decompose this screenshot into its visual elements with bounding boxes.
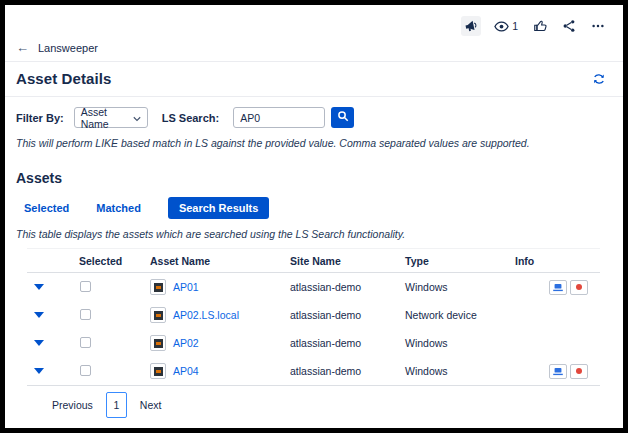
row-expand-button[interactable] <box>27 340 65 346</box>
asset-name-link[interactable]: AP01 <box>173 281 199 293</box>
column-header-site-name: Site Name <box>290 255 405 267</box>
watch-count: 1 <box>512 20 518 32</box>
asset-type-icon <box>150 279 166 295</box>
asset-type-icon <box>150 307 166 323</box>
assets-tabs: Selected Matched Search Results <box>24 197 623 219</box>
row-expand-button[interactable] <box>27 312 65 318</box>
assets-heading: Assets <box>16 170 623 186</box>
column-header-selected: Selected <box>65 255 150 267</box>
tab-matched[interactable]: Matched <box>96 202 141 214</box>
refresh-icon <box>592 72 606 86</box>
megaphone-icon <box>464 19 478 33</box>
table-row: AP02 atlassian-demo Windows <box>27 329 600 357</box>
ls-search-input[interactable] <box>233 107 325 128</box>
back-arrow-icon[interactable]: ← <box>16 41 29 54</box>
status-dot-icon <box>576 368 582 374</box>
table-row: AP04 atlassian-demo Windows <box>27 357 600 385</box>
column-header-type: Type <box>405 255 515 267</box>
eye-icon <box>494 19 509 34</box>
page-title: Asset Details <box>16 70 112 87</box>
table-body: AP01 atlassian-demo Windows AP02.L <box>27 273 600 386</box>
chevron-down-icon <box>34 340 44 346</box>
filter-by-selected-value: Asset Name <box>81 106 133 130</box>
row-expand-button[interactable] <box>27 368 65 374</box>
app-window: 1 ← Lansweeper Asset Details <box>0 0 628 433</box>
share-icon <box>562 19 576 33</box>
filter-row: Filter By: Asset Name LS Search: <box>16 107 623 128</box>
type-cell: Windows <box>405 281 515 293</box>
column-header-asset-name: Asset Name <box>150 255 290 267</box>
thumbs-up-icon <box>533 19 547 33</box>
title-row: Asset Details <box>5 62 623 96</box>
table-row: AP01 atlassian-demo Windows <box>27 273 600 301</box>
tab-search-results[interactable]: Search Results <box>168 197 269 219</box>
site-name-cell: atlassian-demo <box>290 281 405 293</box>
asset-status-button[interactable] <box>570 280 588 295</box>
asset-screen-button[interactable] <box>549 280 567 295</box>
asset-status-button[interactable] <box>570 364 588 379</box>
row-expand-button[interactable] <box>27 284 65 290</box>
row-select-checkbox[interactable] <box>80 365 91 376</box>
divider <box>5 96 623 97</box>
table-row: AP02.LS.local atlassian-demo Network dev… <box>27 301 600 329</box>
announcement-button[interactable] <box>461 16 481 36</box>
chevron-down-icon <box>34 284 44 290</box>
filter-by-label: Filter By: <box>16 112 64 124</box>
laptop-icon <box>552 364 564 379</box>
more-button[interactable] <box>589 17 607 35</box>
watch-button[interactable]: 1 <box>492 17 520 36</box>
asset-name-link[interactable]: AP04 <box>173 365 199 377</box>
search-button[interactable] <box>331 107 354 128</box>
type-cell: Windows <box>405 337 515 349</box>
type-cell: Network device <box>405 309 515 321</box>
chevron-down-icon <box>34 368 44 374</box>
type-cell: Windows <box>405 365 515 377</box>
site-name-cell: atlassian-demo <box>290 309 405 321</box>
asset-screen-button[interactable] <box>549 364 567 379</box>
refresh-button[interactable] <box>592 72 606 86</box>
share-button[interactable] <box>560 17 578 35</box>
status-dot-icon <box>576 284 582 290</box>
search-icon <box>337 110 349 125</box>
asset-type-icon <box>150 335 166 351</box>
filter-help-text: This will perform LIKE based match in LS… <box>16 137 623 149</box>
breadcrumb: ← Lansweeper <box>5 39 623 61</box>
ellipsis-icon <box>591 19 605 33</box>
pagination: Previous 1 Next <box>52 392 623 418</box>
site-name-cell: atlassian-demo <box>290 337 405 349</box>
ls-search-label: LS Search: <box>162 112 219 124</box>
breadcrumb-label[interactable]: Lansweeper <box>38 42 98 54</box>
column-header-info: Info <box>515 255 600 267</box>
asset-name-link[interactable]: AP02 <box>173 337 199 349</box>
row-select-checkbox[interactable] <box>80 309 91 320</box>
assets-table: Selected Asset Name Site Name Type Info … <box>27 248 600 386</box>
table-header-row: Selected Asset Name Site Name Type Info <box>27 249 600 273</box>
chevron-down-icon <box>34 312 44 318</box>
tab-selected[interactable]: Selected <box>24 202 69 214</box>
next-page-button[interactable]: Next <box>140 399 162 411</box>
current-page-button[interactable]: 1 <box>106 392 127 418</box>
like-button[interactable] <box>531 17 549 35</box>
table-help-text: This table displays the assets which are… <box>16 228 623 240</box>
asset-name-link[interactable]: AP02.LS.local <box>173 309 239 321</box>
asset-type-icon <box>150 363 166 379</box>
row-select-checkbox[interactable] <box>80 337 91 348</box>
row-select-checkbox[interactable] <box>80 281 91 292</box>
laptop-icon <box>552 280 564 295</box>
topbar: 1 <box>5 5 623 39</box>
site-name-cell: atlassian-demo <box>290 365 405 377</box>
chevron-down-icon <box>133 112 141 124</box>
filter-by-select[interactable]: Asset Name <box>74 107 148 128</box>
previous-page-button[interactable]: Previous <box>52 399 93 411</box>
